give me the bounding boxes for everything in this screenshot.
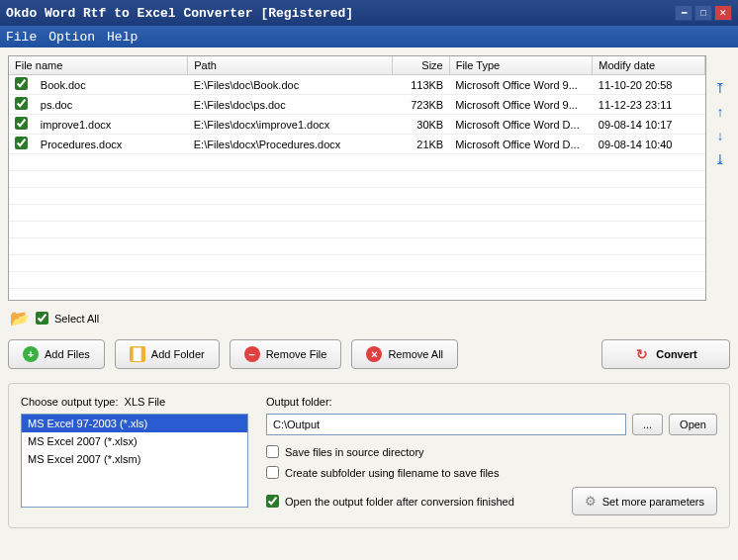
cell-size: 723KB (392, 95, 449, 115)
remove-file-button[interactable]: – Remove File (230, 339, 342, 369)
cell-date: 09-08-14 10:40 (593, 135, 705, 154)
cell-date: 09-08-14 10:17 (593, 115, 705, 135)
open-folder-button[interactable]: Open (669, 414, 717, 435)
minus-icon: – (244, 346, 260, 362)
cell-type: Microsoft Office Word D... (449, 135, 593, 154)
cell-name: Book.doc (35, 75, 188, 95)
cell-type: Microsoft Office Word D... (449, 115, 593, 135)
open-after-checkbox[interactable] (266, 495, 279, 508)
create-subfolder-label[interactable]: Create subfolder using filename to save … (285, 467, 499, 479)
content-area: File name Path Size File Type Modify dat… (0, 47, 738, 560)
minimize-button[interactable]: ━ (675, 5, 692, 21)
cell-date: 11-10-20 20:58 (593, 75, 705, 95)
row-checkbox[interactable] (15, 77, 28, 90)
cell-name: ps.doc (35, 95, 188, 115)
close-button[interactable]: ✕ (714, 5, 732, 21)
reorder-controls: ⤒ ↑ ↓ ⤓ (710, 55, 730, 301)
move-bottom-button[interactable]: ⤓ (711, 150, 729, 168)
cell-size: 21KB (392, 135, 449, 154)
cell-name: improve1.docx (35, 115, 188, 135)
output-folder-label: Output folder: (266, 396, 717, 408)
cell-path: E:\Files\docx\Procedures.docx (188, 135, 393, 154)
row-checkbox[interactable] (15, 137, 28, 149)
table-row[interactable]: Procedures.docxE:\Files\docx\Procedures.… (9, 135, 705, 154)
cell-name: Procedures.docx (35, 135, 188, 154)
convert-label: Convert (656, 348, 697, 360)
menu-help[interactable]: Help (107, 30, 138, 45)
set-more-label: Set more parameters (602, 496, 704, 508)
col-header-type[interactable]: File Type (449, 56, 593, 75)
move-up-button[interactable]: ↑ (711, 103, 729, 121)
select-all-label[interactable]: Select All (54, 313, 99, 325)
save-source-checkbox[interactable] (266, 445, 279, 458)
browse-button[interactable]: ... (632, 414, 663, 435)
menu-bar: File Option Help (0, 26, 738, 47)
select-all-checkbox[interactable] (36, 312, 48, 325)
remove-all-button[interactable]: × Remove All (351, 339, 458, 369)
open-after-label[interactable]: Open the output folder after conversion … (285, 496, 514, 508)
table-row[interactable]: Book.docE:\Files\doc\Book.doc113KBMicros… (9, 75, 705, 95)
set-more-parameters-button[interactable]: ⚙ Set more parameters (572, 487, 717, 515)
add-folder-button[interactable]: ▉ Add Folder (115, 339, 220, 369)
output-type-listbox[interactable]: MS Excel 97-2003 (*.xls)MS Excel 2007 (*… (21, 414, 248, 508)
folder-up-icon[interactable]: 📂 (10, 309, 30, 327)
output-type-option[interactable]: MS Excel 97-2003 (*.xls) (22, 415, 247, 432)
add-folder-label: Add Folder (151, 348, 205, 360)
convert-button[interactable]: ↻ Convert (601, 339, 730, 369)
col-header-path[interactable]: Path (188, 56, 393, 75)
table-row[interactable]: ps.docE:\Files\doc\ps.doc723KBMicrosoft … (9, 95, 705, 115)
plus-icon: + (23, 346, 39, 362)
output-type-option[interactable]: MS Excel 2007 (*.xlsx) (22, 432, 247, 450)
table-row[interactable]: improve1.docxE:\Files\docx\improve1.docx… (9, 115, 705, 135)
cell-size: 30KB (392, 115, 449, 135)
menu-file[interactable]: File (6, 30, 37, 45)
col-header-date[interactable]: Modify date (593, 56, 705, 75)
title-bar: Okdo Word Rtf to Excel Converter [Regist… (0, 0, 738, 26)
cell-path: E:\Files\doc\Book.doc (188, 75, 393, 95)
cell-type: Microsoft Office Word 9... (449, 75, 593, 95)
x-icon: × (366, 346, 382, 362)
save-source-label[interactable]: Save files in source directory (285, 446, 424, 458)
cell-type: Microsoft Office Word 9... (449, 95, 593, 115)
remove-all-label: Remove All (388, 348, 443, 360)
output-type-option[interactable]: MS Excel 2007 (*.xlsm) (22, 450, 247, 468)
window-title: Okdo Word Rtf to Excel Converter [Regist… (6, 6, 673, 21)
create-subfolder-checkbox[interactable] (266, 466, 279, 479)
menu-option[interactable]: Option (48, 30, 95, 45)
add-files-button[interactable]: + Add Files (8, 339, 105, 369)
convert-icon: ↻ (634, 346, 650, 362)
cell-path: E:\Files\doc\ps.doc (188, 95, 393, 115)
maximize-button[interactable]: □ (694, 5, 712, 21)
output-folder-input[interactable] (266, 414, 626, 435)
cell-size: 113KB (392, 75, 449, 95)
row-checkbox[interactable] (15, 117, 28, 130)
cell-date: 11-12-23 23:11 (593, 95, 705, 115)
col-header-size[interactable]: Size (392, 56, 449, 75)
file-list[interactable]: File name Path Size File Type Modify dat… (8, 55, 706, 301)
gear-icon: ⚙ (585, 494, 597, 509)
output-type-label: Choose output type: XLS File (21, 396, 248, 408)
move-down-button[interactable]: ↓ (711, 127, 729, 144)
row-checkbox[interactable] (15, 97, 28, 110)
add-files-label: Add Files (45, 348, 90, 360)
cell-path: E:\Files\docx\improve1.docx (188, 115, 393, 135)
folder-icon: ▉ (130, 346, 145, 362)
move-top-button[interactable]: ⤒ (711, 79, 729, 97)
col-header-name[interactable]: File name (9, 56, 188, 75)
remove-file-label: Remove File (266, 348, 327, 360)
